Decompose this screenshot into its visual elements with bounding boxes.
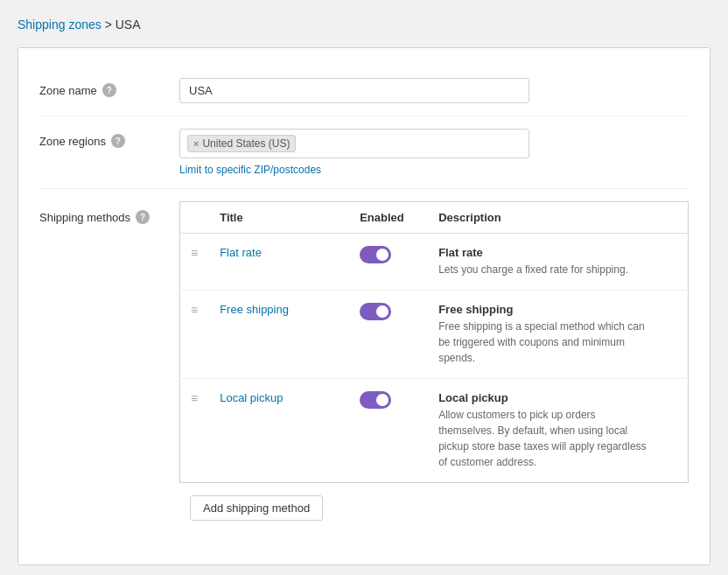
zone-regions-input[interactable]: × United States (US) bbox=[179, 129, 529, 158]
breadcrumb-current: USA bbox=[116, 18, 141, 32]
toggle-slider bbox=[360, 391, 391, 409]
method-desc-text: Lets you charge a fixed rate for shippin… bbox=[438, 262, 648, 277]
shipping-methods-label: Shipping methods ? bbox=[39, 201, 179, 224]
drag-cell: ≡ bbox=[180, 234, 210, 291]
tag-remove-icon[interactable]: × bbox=[193, 138, 199, 149]
settings-card: Zone name ? Zone regions ? × United Stat… bbox=[18, 47, 710, 565]
zone-name-row: Zone name ? bbox=[39, 66, 689, 116]
method-desc-text: Free shipping is a special method which … bbox=[438, 319, 648, 366]
toggle-slider bbox=[360, 303, 391, 320]
method-toggle[interactable] bbox=[360, 303, 391, 320]
shipping-methods-content: Title Enabled Description ≡ Flat rate bbox=[179, 201, 689, 531]
drag-cell: ≡ bbox=[180, 379, 210, 483]
shipping-methods-table: Title Enabled Description ≡ Flat rate bbox=[179, 201, 689, 483]
zone-regions-row: Zone regions ? × United States (US) Limi… bbox=[39, 116, 689, 189]
zone-name-label: Zone name ? bbox=[39, 78, 179, 97]
region-tag: × United States (US) bbox=[187, 135, 296, 152]
th-enabled: Enabled bbox=[349, 202, 428, 234]
method-title-link[interactable]: Flat rate bbox=[220, 246, 262, 259]
method-toggle[interactable] bbox=[360, 391, 391, 409]
zone-regions-help-icon[interactable]: ? bbox=[111, 134, 125, 148]
shipping-methods-help-icon[interactable]: ? bbox=[136, 210, 150, 224]
drag-cell: ≡ bbox=[180, 291, 210, 379]
zone-name-content bbox=[179, 78, 689, 103]
breadcrumb: Shipping zones > USA bbox=[18, 18, 710, 32]
zone-name-help-icon[interactable]: ? bbox=[102, 83, 116, 97]
method-title-cell: Local pickup bbox=[209, 379, 349, 483]
table-row: ≡ Local pickup Local pickup Allow custom… bbox=[180, 379, 689, 483]
breadcrumb-link[interactable]: Shipping zones bbox=[18, 18, 102, 32]
method-desc-title: Local pickup bbox=[438, 391, 677, 404]
add-shipping-method-button[interactable]: Add shipping method bbox=[190, 495, 323, 521]
drag-handle-icon[interactable]: ≡ bbox=[191, 246, 199, 260]
shipping-methods-row: Shipping methods ? Title Enabled Descrip… bbox=[39, 189, 689, 543]
toggle-slider bbox=[360, 246, 391, 263]
drag-handle-icon[interactable]: ≡ bbox=[191, 303, 199, 317]
drag-handle-icon[interactable]: ≡ bbox=[191, 391, 199, 405]
method-desc-cell: Local pickup Allow customers to pick up … bbox=[428, 379, 688, 483]
method-title-link[interactable]: Local pickup bbox=[220, 391, 283, 404]
method-desc-title: Flat rate bbox=[438, 246, 677, 259]
method-title-link[interactable]: Free shipping bbox=[220, 303, 289, 316]
tag-label: United States (US) bbox=[202, 137, 290, 150]
method-toggle-cell bbox=[349, 291, 428, 379]
method-title-cell: Free shipping bbox=[209, 291, 349, 379]
method-desc-cell: Free shipping Free shipping is a special… bbox=[428, 291, 688, 379]
add-method-container: Add shipping method bbox=[179, 483, 689, 531]
th-drag bbox=[180, 202, 210, 234]
method-desc-text: Allow customers to pick up orders themse… bbox=[438, 407, 648, 470]
zone-name-input[interactable] bbox=[179, 78, 529, 103]
method-desc-cell: Flat rate Lets you charge a fixed rate f… bbox=[428, 234, 688, 291]
breadcrumb-separator: > bbox=[105, 18, 112, 32]
table-header-row: Title Enabled Description bbox=[180, 202, 689, 234]
method-toggle[interactable] bbox=[360, 246, 391, 263]
method-toggle-cell bbox=[349, 379, 428, 483]
zone-regions-content: × United States (US) Limit to specific Z… bbox=[179, 129, 689, 176]
method-title-cell: Flat rate bbox=[209, 234, 349, 291]
th-title: Title bbox=[209, 202, 349, 234]
table-row: ≡ Flat rate Flat rate Lets you charge a … bbox=[180, 234, 689, 291]
zone-regions-label: Zone regions ? bbox=[39, 129, 179, 148]
limit-link[interactable]: Limit to specific ZIP/postcodes bbox=[179, 164, 689, 176]
method-toggle-cell bbox=[349, 234, 428, 291]
th-description: Description bbox=[428, 202, 688, 234]
method-desc-title: Free shipping bbox=[438, 303, 677, 316]
table-row: ≡ Free shipping Free shipping Free shipp… bbox=[180, 291, 689, 379]
